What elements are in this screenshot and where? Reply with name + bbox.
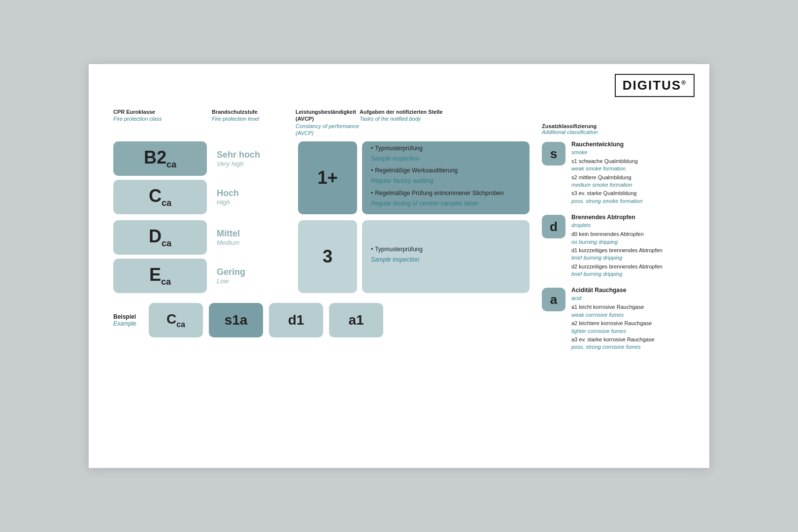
acid-a3-italic: poss. strong corrosive fumes — [571, 343, 685, 351]
table-section: CPR Euroklasse Fire protection class Bra… — [113, 108, 530, 360]
protection-sehr-hoch: Sehr hoch Very high — [212, 141, 293, 176]
droplets-d0-text: d0 kein brennendes Abtropfen — [571, 231, 685, 238]
acid-a1-text: a1 leicht korrosive Rauchgase — [571, 303, 685, 311]
example-text: Example — [113, 320, 143, 327]
high-protection-col: Sehr hoch Very high Hoch High — [212, 141, 293, 214]
column-headers: CPR Euroklasse Fire protection class Bra… — [113, 108, 530, 136]
acid-a2-italic: lighter corrosive fumes — [571, 328, 685, 335]
task3-italic: Regular testing of random samples taken — [371, 200, 521, 208]
high-avcp-col: 1+ — [298, 141, 357, 214]
classif-droplets-group: d Brennendes Abtropfen droplets d0 kein … — [542, 214, 685, 279]
main-content: CPR Euroklasse Fire protection class Bra… — [113, 108, 685, 360]
protection-hoch: Hoch High — [212, 180, 293, 214]
avcp-value: 1+ — [317, 167, 337, 188]
droplets-italic: droplets — [571, 222, 685, 229]
task1-text: Typmusterprüfung — [375, 145, 423, 152]
task3-text: Regelmäßige Prüfung entnommener Stichpro… — [375, 190, 503, 197]
col-header-avcp: Leistungsbeständigkeit (AVCP) Constancy … — [296, 108, 360, 136]
smoke-badge-text: s — [550, 146, 557, 162]
example-cell-cca: Cca — [149, 303, 203, 337]
task2-text: Regelmäßige Werksauditierung — [375, 167, 458, 174]
droplets-badge-text: d — [550, 219, 558, 234]
col-cpr-title: CPR Euroklasse — [113, 108, 212, 115]
logo-box: DIGITUS® — [615, 74, 695, 97]
hoch-label: Hoch — [217, 188, 239, 199]
droplets-content: Brennendes Abtropfen droplets d0 kein br… — [571, 214, 685, 279]
acid-a3-text: a3 ev. starke korrosive Rauchgase — [571, 336, 685, 343]
droplets-title: Brennendes Abtropfen — [571, 214, 685, 222]
smoke-s1-italic: weak smoke formation — [571, 165, 685, 172]
classif-header-italic: Additional classification — [542, 129, 685, 135]
beispiel-text: Beispiel — [113, 313, 143, 320]
col-tasks-title: Aufgaben der notifizierten Stelle — [360, 108, 530, 115]
col-header-tasks: Aufgaben der notifizierten Stelle Tasks … — [360, 108, 530, 123]
task-low-text: Typmusterprüfung — [375, 246, 423, 253]
cca-text: Cca — [149, 187, 171, 207]
logo-reg: ® — [681, 79, 687, 86]
task-item-2: •Regelmäßige Werksauditierung Regular fa… — [371, 166, 521, 189]
page: DIGITUS® CPR Euroklasse Fire protection … — [89, 64, 709, 468]
acid-italic: acid — [571, 295, 685, 301]
classif-smoke-group: s Rauchentwicklung smoke s1 schwache Qua… — [542, 141, 685, 206]
droplets-d2-text: d2 kurzzeitiges brennendes Abtropfen — [571, 263, 685, 270]
droplets-d1-italic: brief burning dripping — [571, 254, 685, 262]
classif-header: Zusatzklassifizierung — [542, 123, 685, 129]
acid-content: Acidität Rauchgase acid a1 leicht korros… — [571, 287, 685, 352]
smoke-s1-text: s1 schwache Qualmbildung — [571, 158, 685, 165]
smoke-content: Rauchentwicklung smoke s1 schwache Qualm… — [571, 141, 685, 206]
example-s1a: s1a — [225, 312, 248, 328]
acid-a2-text: a2 leichtere korrosive Rauchgase — [571, 320, 685, 327]
col-header-brandschutz: Brandschutzstufe Fire protection level — [212, 108, 296, 123]
smoke-badge: s — [542, 142, 565, 166]
droplets-d0-italic: no burning dripping — [571, 238, 685, 246]
class-cell-cca: Cca — [113, 180, 207, 214]
col-brandschutz-subtitle: Fire protection level — [212, 115, 296, 122]
eca-text: Eca — [149, 266, 171, 286]
very-high-label: Very high — [217, 160, 243, 168]
acid-badge: a — [542, 288, 565, 311]
avcp-3: 3 — [298, 220, 357, 293]
sehr-hoch-label: Sehr hoch — [217, 150, 260, 161]
logo-area: DIGITUS® — [615, 74, 695, 97]
low-avcp-col: 3 — [298, 220, 357, 293]
acid-a1-italic: weak corrosive fumes — [571, 311, 685, 319]
droplets-d2-italic: brief burning dripping — [571, 270, 685, 278]
rows-area: B2ca Cca Sehr hoch Very high Hoch — [113, 141, 530, 293]
logo-text: DIGITUS® — [623, 78, 687, 93]
mittel-label: Mittel — [217, 229, 240, 239]
task-item-3: •Regelmäßige Prüfung entnommener Stichpr… — [371, 189, 521, 212]
avcp-3-value: 3 — [323, 246, 332, 267]
col-brandschutz-title: Brandschutzstufe — [212, 108, 296, 115]
tasks-cell-high: •Typmusterprüfung Sample inspection •Reg… — [362, 141, 530, 214]
high-class-cells: B2ca Cca — [113, 141, 207, 214]
high-label: High — [217, 199, 230, 206]
medium-label: Medium — [217, 239, 239, 247]
col-cpr-subtitle: Fire protection class — [113, 115, 212, 122]
col-header-cpr: CPR Euroklasse Fire protection class — [113, 108, 212, 123]
class-cell-dca: Dca — [113, 220, 207, 255]
class-cell-eca: Eca — [113, 259, 207, 293]
high-group-row: B2ca Cca Sehr hoch Very high Hoch — [113, 141, 530, 214]
smoke-s3-italic: poss. strong smoke formation — [571, 198, 685, 205]
b2ca-text: B2ca — [144, 149, 176, 169]
low-group-row: Dca Eca Mittel Medium Gering — [113, 220, 530, 293]
classif-acid-group: a Acidität Rauchgase acid a1 leicht korr… — [542, 287, 685, 352]
droplets-d1-text: d1 kurzzeitiges brennendes Abtropfen — [571, 247, 685, 254]
tasks-cell-low: •Typmusterprüfung Sample inspection — [362, 220, 530, 293]
protection-gering: Gering Low — [212, 259, 293, 293]
col-tasks-subtitle: Tasks of the notified body — [360, 115, 530, 122]
example-label: Beispiel Example — [113, 313, 143, 327]
example-a1: a1 — [348, 312, 364, 328]
low-protection-col: Mittel Medium Gering Low — [212, 220, 293, 293]
gering-label: Gering — [217, 267, 245, 278]
example-row: Beispiel Example Cca s1a d1 a1 — [113, 303, 530, 337]
example-d1: d1 — [288, 312, 304, 328]
low-class-cells: Dca Eca — [113, 220, 207, 293]
task1-italic: Sample inspection — [371, 155, 521, 163]
classification-section: Zusatzklassifizierung Additional classif… — [542, 108, 685, 360]
task-low-1: •Typmusterprüfung Sample inspection — [371, 245, 521, 268]
task-low-italic: Sample inspection — [371, 256, 521, 264]
task2-italic: Regular factory auditing — [371, 177, 521, 185]
task-item-1: •Typmusterprüfung Sample inspection — [371, 144, 521, 167]
smoke-s2-italic: medium smoke formation — [571, 181, 685, 189]
